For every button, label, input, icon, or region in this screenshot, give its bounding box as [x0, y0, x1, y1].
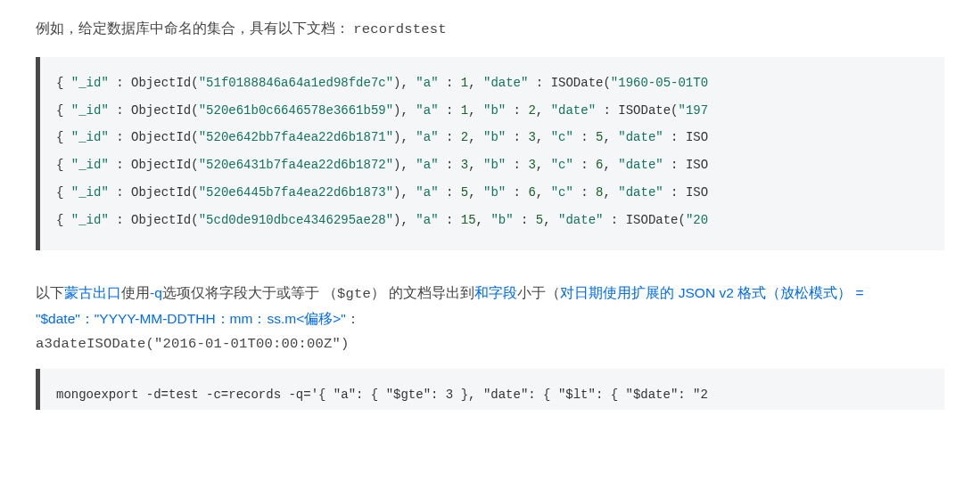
code-line: { "_id" : ObjectId("520e6445b7fa4ea22d6b…	[56, 179, 944, 207]
text-seg: 使用	[121, 285, 150, 300]
text-seg: 小于（	[517, 285, 560, 300]
code-line: { "_id" : ObjectId("520e61b0c6646578e366…	[56, 97, 944, 125]
code-block-documents: { "_id" : ObjectId("51f0188846a64a1ed98f…	[36, 57, 944, 250]
link-mongoexport[interactable]: 蒙古出口	[64, 285, 121, 300]
text-seg: ） 的文档导出到	[371, 285, 474, 300]
code-line: { "_id" : ObjectId("520e6431b7fa4ea22d6b…	[56, 151, 944, 179]
text-seg: 选项仅将字段大于或等于 （	[162, 285, 337, 300]
inline-code-gte: $gte	[337, 286, 371, 302]
code-line: { "_id" : ObjectId("520e642bb7fa4ea22d6b…	[56, 124, 944, 151]
text-seg: ：	[346, 311, 360, 326]
explain-paragraph: 以下蒙古出口使用-q选项仅将字段大于或等于 （$gte） 的文档导出到和字段小于…	[36, 281, 944, 356]
intro-inline-code: recordstest	[353, 21, 447, 37]
page: 例如，给定数据库中命名的集合，具有以下文档： recordstest { "_i…	[0, 0, 980, 419]
code-line: mongoexport -d=test -c=records -q='{ "a"…	[56, 385, 944, 404]
code-line: { "_id" : ObjectId("51f0188846a64a1ed98f…	[56, 69, 944, 97]
intro-text: 例如，给定数据库中命名的集合，具有以下文档：	[36, 20, 350, 36]
intro-paragraph: 例如，给定数据库中命名的集合，具有以下文档： recordstest	[36, 18, 944, 41]
code-block-command: mongoexport -d=test -c=records -q='{ "a"…	[36, 369, 944, 410]
text-seg: 以下	[36, 285, 64, 300]
inline-code-tail: a3dateISODate("2016-01-01T00:00:00Z")	[36, 336, 350, 352]
code-line: { "_id" : ObjectId("5cd0de910dbce4346295…	[56, 207, 944, 234]
link-q-option[interactable]: -q	[150, 285, 162, 300]
link-and-field[interactable]: 和字段	[474, 285, 517, 300]
